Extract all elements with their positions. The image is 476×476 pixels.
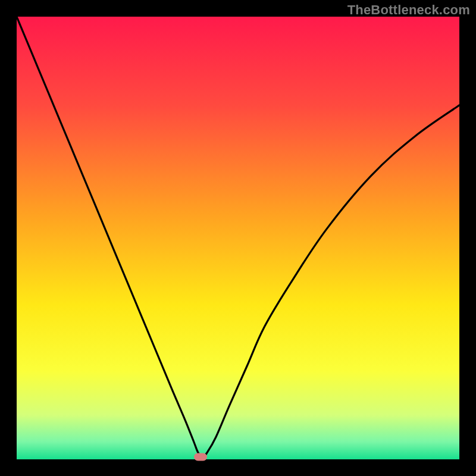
chart-svg bbox=[0, 0, 476, 476]
gradient-background bbox=[17, 17, 459, 459]
chart-frame: TheBottleneck.com bbox=[0, 0, 476, 476]
watermark-label: TheBottleneck.com bbox=[347, 2, 470, 18]
optimum-point-marker bbox=[194, 453, 207, 461]
